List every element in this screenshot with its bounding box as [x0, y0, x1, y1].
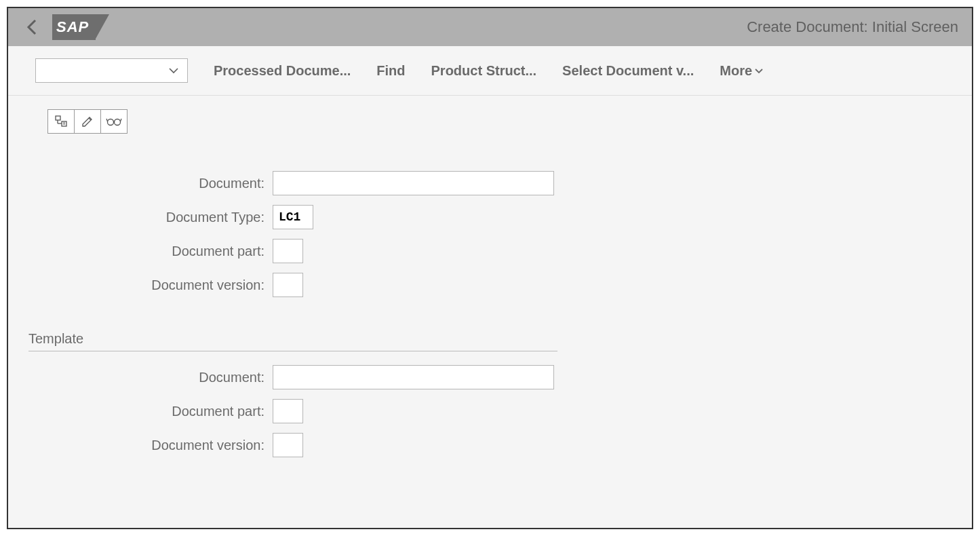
toolbar-more[interactable]: More [720, 63, 764, 79]
back-button[interactable] [22, 17, 42, 37]
document-type-field[interactable] [273, 205, 313, 229]
svg-line-10 [121, 119, 122, 121]
hierarchy-button[interactable] [47, 109, 75, 134]
sap-logo: SAP [52, 14, 96, 40]
row-template-document-version: Document version: [28, 433, 952, 457]
edit-button[interactable] [74, 109, 101, 134]
sap-logo-text: SAP [52, 14, 96, 40]
row-template-document: Document: [28, 365, 952, 389]
document-version-field[interactable] [273, 273, 303, 297]
row-document-part: Document part: [28, 239, 952, 263]
pencil-icon [81, 115, 94, 128]
label-document-part: Document part: [28, 244, 273, 259]
main-form: Document: Document Type: Document part: … [28, 171, 952, 297]
row-template-document-part: Document part: [28, 399, 952, 423]
app-window: SAP Create Document: Initial Screen Proc… [7, 7, 973, 529]
svg-line-9 [106, 119, 108, 121]
toolbar-select-document[interactable]: Select Document v... [562, 63, 694, 79]
hierarchy-icon [54, 115, 68, 128]
label-document: Document: [28, 176, 273, 191]
label-template-document-part: Document part: [28, 404, 273, 419]
glasses-icon [106, 116, 122, 127]
content-area: Document: Document Type: Document part: … [8, 96, 972, 491]
back-chevron-icon [26, 18, 38, 37]
label-template-document: Document: [28, 370, 273, 385]
row-document-version: Document version: [28, 273, 952, 297]
toolbar: Processed Docume... Find Product Struct.… [8, 46, 972, 96]
label-document-type: Document Type: [28, 210, 273, 225]
label-document-version: Document version: [28, 277, 273, 293]
document-field[interactable] [273, 171, 554, 195]
template-document-version-field[interactable] [273, 433, 303, 457]
document-part-field[interactable] [273, 239, 303, 263]
svg-point-7 [108, 119, 114, 126]
template-section-header: Template [28, 331, 557, 351]
toolbar-more-label: More [720, 63, 752, 79]
svg-point-8 [115, 119, 121, 126]
toolbar-product-structure[interactable]: Product Struct... [431, 63, 537, 79]
header-left: SAP [22, 14, 96, 40]
icon-toolbar [47, 109, 952, 134]
row-document: Document: [28, 171, 952, 195]
label-template-document-version: Document version: [28, 438, 273, 453]
header-bar: SAP Create Document: Initial Screen [8, 8, 972, 46]
toolbar-find[interactable]: Find [376, 63, 405, 79]
row-document-type: Document Type: [28, 205, 952, 229]
display-button[interactable] [100, 109, 128, 134]
chevron-down-icon [754, 68, 764, 74]
template-document-field[interactable] [273, 365, 554, 389]
page-title: Create Document: Initial Screen [747, 18, 958, 36]
svg-rect-0 [56, 116, 60, 120]
chevron-down-icon [168, 67, 179, 74]
template-form: Document: Document part: Document versio… [28, 365, 952, 457]
toolbar-dropdown[interactable] [35, 58, 188, 83]
toolbar-processed-documents[interactable]: Processed Docume... [214, 63, 351, 79]
template-document-part-field[interactable] [273, 399, 303, 423]
